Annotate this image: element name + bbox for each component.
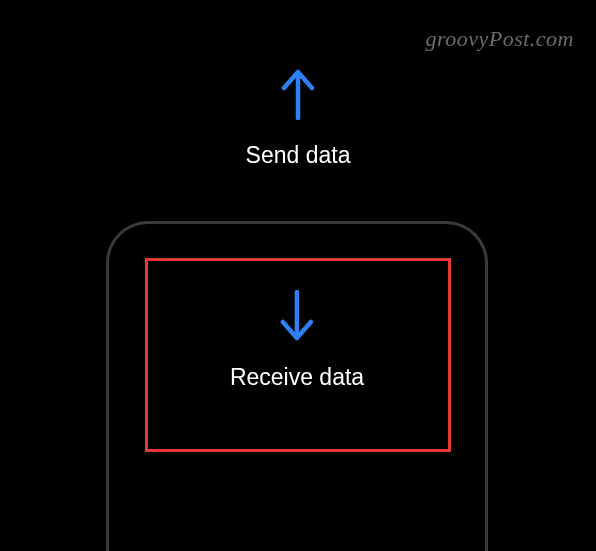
- arrow-down-icon: [277, 290, 317, 364]
- send-data-label: Send data: [246, 142, 351, 169]
- arrow-up-icon: [278, 68, 318, 142]
- send-data-button[interactable]: Send data: [0, 68, 596, 169]
- receive-data-button[interactable]: Receive data: [230, 290, 364, 391]
- phone-outline: Receive data: [106, 221, 488, 551]
- receive-data-label: Receive data: [230, 364, 364, 391]
- watermark-text: groovyPost.com: [425, 26, 574, 52]
